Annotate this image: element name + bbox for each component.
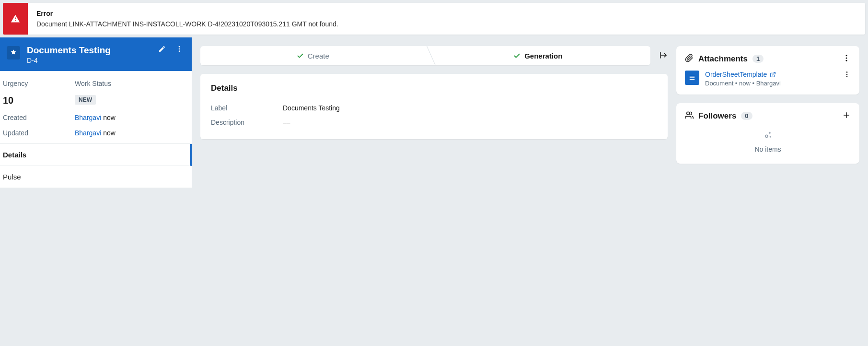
svg-point-18 — [765, 135, 768, 137]
add-follower-icon[interactable] — [842, 111, 851, 121]
attachment-subtitle: Document • now • Bhargavi — [705, 80, 837, 87]
svg-point-0 — [179, 46, 180, 48]
sparkle-icon — [763, 134, 773, 142]
work-status-value: NEW — [75, 95, 189, 106]
followers-count: 0 — [741, 112, 752, 120]
detail-label-key: Label — [211, 104, 283, 112]
case-id: D-4 — [27, 57, 151, 64]
created-time: now — [103, 114, 116, 121]
attachments-heading: Attachments — [698, 54, 748, 64]
work-status-label: Work Status — [75, 80, 189, 87]
details-card: Details Label Documents Testing Descript… — [200, 74, 668, 139]
detail-row-description: Description –– — [211, 115, 657, 130]
collapse-right-icon[interactable] — [659, 51, 668, 61]
side-tabs: Details Pulse — [0, 143, 192, 188]
attachments-count: 1 — [752, 55, 764, 63]
followers-empty-state: No items — [685, 121, 851, 156]
case-menu-icon[interactable] — [175, 45, 183, 54]
error-banner: Error Document LINK-ATTACHMENT INS-INSTA… — [3, 3, 865, 35]
error-title: Error — [36, 10, 856, 17]
created-value: Bhargavi now — [75, 114, 189, 121]
created-label: Created — [3, 114, 75, 121]
attachment-name: OrderSheetTemplate — [705, 71, 767, 78]
updated-value: Bhargavi now — [75, 129, 189, 137]
svg-point-12 — [846, 72, 848, 73]
detail-label-value: Documents Testing — [283, 104, 657, 112]
svg-line-11 — [773, 72, 775, 75]
svg-point-7 — [846, 60, 847, 61]
svg-point-1 — [179, 48, 180, 50]
center-column: Create Generation Details Label Document… — [192, 37, 676, 188]
updated-user-link[interactable]: Bhargavi — [75, 129, 101, 137]
step-create-label: Create — [308, 52, 329, 60]
svg-point-13 — [846, 74, 848, 75]
followers-empty-text: No items — [685, 145, 851, 153]
detail-row-label: Label Documents Testing — [211, 101, 657, 115]
svg-point-19 — [770, 137, 770, 137]
tab-details[interactable]: Details — [0, 144, 192, 166]
edit-icon[interactable] — [158, 45, 166, 54]
followers-panel: Followers 0 No items — [676, 103, 859, 164]
followers-heading: Followers — [698, 111, 736, 121]
external-link-icon — [770, 72, 776, 78]
details-heading: Details — [211, 84, 657, 93]
error-text: Error Document LINK-ATTACHMENT INS-INSTA… — [28, 3, 865, 35]
attachment-name-link[interactable]: OrderSheetTemplate — [705, 71, 837, 78]
svg-point-6 — [846, 58, 847, 59]
case-meta: Urgency Work Status 10 NEW Created Bharg… — [0, 71, 192, 143]
step-create[interactable]: Create — [200, 46, 426, 65]
svg-point-15 — [687, 112, 690, 115]
urgency-value: 10 — [3, 95, 75, 106]
attachment-item: OrderSheetTemplate Document • now • Bhar… — [685, 71, 851, 87]
attachment-item-menu-icon[interactable] — [843, 71, 851, 80]
stage-stepper: Create Generation — [200, 46, 650, 65]
sidebar: Documents Testing D-4 Urgency Work Statu… — [0, 37, 192, 188]
detail-description-value: –– — [283, 119, 657, 126]
attachments-panel: Attachments 1 OrderSheetTemplate Documen… — [676, 46, 859, 95]
svg-point-5 — [846, 55, 847, 56]
step-generation-label: Generation — [524, 52, 562, 60]
detail-description-key: Description — [211, 119, 283, 126]
attachments-menu-icon[interactable] — [842, 54, 851, 64]
svg-point-14 — [846, 76, 848, 77]
error-message: Document LINK-ATTACHMENT INS-INSTACOLL-W… — [36, 20, 856, 28]
case-title: Documents Testing — [27, 45, 151, 56]
step-generation[interactable]: Generation — [426, 46, 651, 65]
updated-time: now — [103, 129, 116, 137]
updated-label: Updated — [3, 129, 75, 137]
right-column: Attachments 1 OrderSheetTemplate Documen… — [676, 37, 868, 188]
case-header: Documents Testing D-4 — [0, 37, 192, 71]
error-icon — [3, 3, 28, 35]
document-icon — [685, 71, 699, 85]
svg-point-2 — [179, 50, 180, 52]
paperclip-icon — [685, 54, 694, 64]
tab-pulse[interactable]: Pulse — [0, 166, 192, 188]
case-type-icon — [7, 46, 20, 60]
created-user-link[interactable]: Bhargavi — [75, 114, 101, 121]
people-icon — [685, 111, 694, 121]
urgency-label: Urgency — [3, 80, 75, 87]
status-badge: NEW — [75, 95, 96, 105]
